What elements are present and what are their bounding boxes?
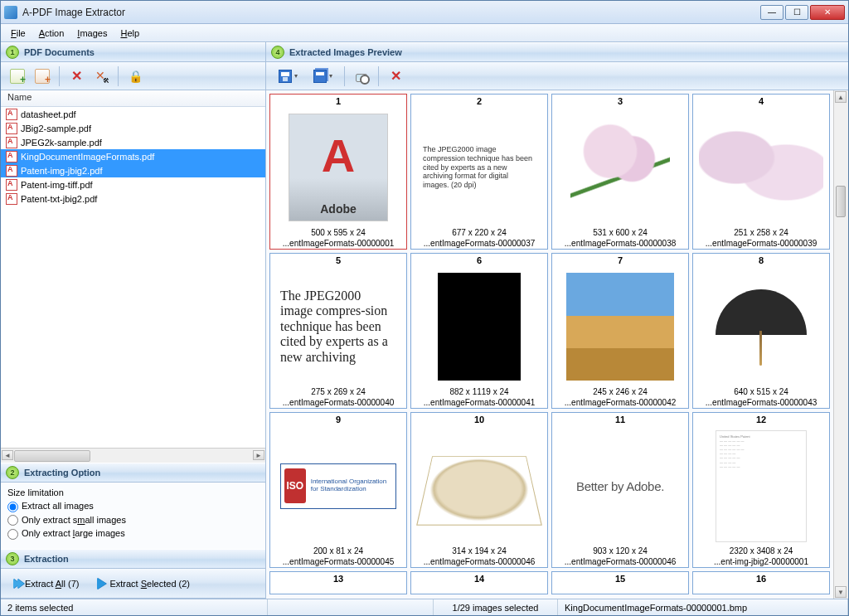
extraction-body: Extract All (7) Extract Selected (2) xyxy=(1,569,265,599)
thumbnail[interactable]: 4251 x 258 x 24...entImageFormats-000000… xyxy=(692,94,830,250)
save-button[interactable] xyxy=(271,65,304,87)
scroll-right-icon[interactable]: ► xyxy=(253,450,264,460)
section-extracting-option: 2 Extracting Option xyxy=(1,463,265,483)
thumbnail[interactable]: 5The JPEG2000 image compres-sion techniq… xyxy=(269,253,407,409)
menu-file[interactable]: File xyxy=(6,27,31,40)
add-folder-button[interactable] xyxy=(31,65,54,87)
thumbnail[interactable]: 6882 x 1119 x 24...entImageFormats-00000… xyxy=(410,253,548,409)
step-1-icon: 1 xyxy=(6,46,19,59)
extract-selected-button[interactable]: Extract Selected (2) xyxy=(91,575,196,593)
remove-button[interactable] xyxy=(65,65,88,87)
thumb-index: 2 xyxy=(411,95,547,108)
file-list[interactable]: datasheet.pdfJBig2-sample.pdfJPEG2k-samp… xyxy=(1,107,265,448)
file-name: Patent-img-tiff.pdf xyxy=(21,180,93,190)
thumb-dimensions: 531 x 600 x 24 xyxy=(552,227,688,238)
scrollbar-thumb[interactable] xyxy=(836,186,846,217)
option-extract-all[interactable]: Extract all images xyxy=(7,501,259,512)
scroll-up-icon[interactable]: ▲ xyxy=(835,91,847,103)
thumbnail[interactable]: 16 xyxy=(692,571,830,594)
status-filename: KingDocumentImageFormats-00000001.bmp xyxy=(558,599,848,615)
remove-all-button[interactable] xyxy=(90,65,113,87)
thumb-image xyxy=(552,267,688,386)
thumb-index: 1 xyxy=(270,95,406,108)
pdf-icon xyxy=(6,151,17,162)
gallery-wrap: 1500 x 595 x 24...entImageFormats-000000… xyxy=(266,90,848,599)
extract-all-button[interactable]: Extract All (7) xyxy=(7,575,85,592)
file-row[interactable]: datasheet.pdf xyxy=(1,107,265,121)
file-row[interactable]: JPEG2k-sample.pdf xyxy=(1,135,265,149)
menu-help[interactable]: Help xyxy=(115,27,144,40)
file-name: Patent-img-jbig2.pdf xyxy=(21,166,102,176)
thumb-filename: ...entImageFormats-00000043 xyxy=(693,397,829,408)
file-list-header[interactable]: Name xyxy=(1,90,265,107)
menu-action[interactable]: Action xyxy=(34,27,70,40)
radio-all[interactable] xyxy=(7,502,18,512)
thumbnail[interactable]: 15 xyxy=(551,571,689,594)
section-title: Extraction xyxy=(24,554,69,564)
file-name: KingDocumentImageFormats.pdf xyxy=(21,152,154,162)
radio-label: Extract all images xyxy=(22,501,94,511)
file-row[interactable]: Patent-img-tiff.pdf xyxy=(1,177,265,192)
thumbnail[interactable]: 12United States Patent— — — — — —— — — —… xyxy=(692,412,830,568)
close-button[interactable]: ✕ xyxy=(810,5,845,20)
add-file-button[interactable] xyxy=(6,65,29,87)
thumb-index: 9 xyxy=(270,413,406,426)
lock-button[interactable] xyxy=(124,65,147,87)
thumb-image: United States Patent— — — — — —— — — — —… xyxy=(693,426,829,546)
file-row[interactable]: KingDocumentImageFormats.pdf xyxy=(1,149,265,163)
thumb-index: 12 xyxy=(693,413,829,426)
titlebar[interactable]: A-PDF Image Extractor — ☐ ✕ xyxy=(1,1,848,24)
maximize-button[interactable]: ☐ xyxy=(785,5,808,20)
pdf-icon xyxy=(6,123,17,134)
gallery[interactable]: 1500 x 595 x 24...entImageFormats-000000… xyxy=(266,90,833,599)
option-extract-small[interactable]: Only extract small images xyxy=(7,515,259,526)
thumb-filename: ...entImageFormats-00000045 xyxy=(270,556,406,567)
thumbnail[interactable]: 3531 x 600 x 24...entImageFormats-000000… xyxy=(551,94,689,250)
option-extract-large[interactable]: Only extract large images xyxy=(7,528,259,540)
thumb-filename: ...entImageFormats-00000001 xyxy=(270,238,406,249)
save-all-button[interactable] xyxy=(306,65,339,87)
radio-small[interactable] xyxy=(7,515,18,526)
separator xyxy=(118,66,119,86)
menu-images[interactable]: Images xyxy=(72,27,112,40)
pdf-icon xyxy=(6,179,17,191)
scroll-down-icon[interactable]: ▼ xyxy=(835,586,847,598)
size-limitation-label: Size limitation xyxy=(7,487,259,497)
thumb-image xyxy=(270,108,406,227)
thumbnail[interactable]: 1500 x 595 x 24...entImageFormats-000000… xyxy=(269,94,407,250)
options-body: Size limitation Extract all images Only … xyxy=(1,483,265,549)
radio-large[interactable] xyxy=(7,529,18,540)
file-row[interactable]: JBig2-sample.pdf xyxy=(1,121,265,135)
thumb-dimensions: 677 x 220 x 24 xyxy=(411,227,547,238)
scroll-left-icon[interactable]: ◄ xyxy=(2,450,13,460)
thumbnail[interactable]: 13 xyxy=(269,571,407,594)
horizontal-scrollbar[interactable]: ◄ ► xyxy=(1,448,265,463)
thumbnail[interactable]: 9ISOInternational Organization for Stand… xyxy=(269,412,407,568)
thumb-filename: ...entImageFormats-00000046 xyxy=(411,556,547,567)
pdf-icon xyxy=(6,137,17,148)
section-preview: 4 Extracted Images Preview xyxy=(266,42,848,62)
thumbnail[interactable]: 2The JPEG2000 image compression techniqu… xyxy=(410,94,548,250)
thumb-index: 3 xyxy=(552,95,688,108)
thumb-dimensions: 640 x 515 x 24 xyxy=(693,386,829,397)
file-name: Patent-txt-jbig2.pdf xyxy=(21,194,97,204)
thumbnail[interactable]: 11Better by Adobe.903 x 120 x 24...entIm… xyxy=(551,412,689,568)
thumbnail[interactable]: 8640 x 515 x 24...entImageFormats-000000… xyxy=(692,253,830,409)
thumbnail[interactable]: 7245 x 246 x 24...entImageFormats-000000… xyxy=(551,253,689,409)
file-row[interactable]: Patent-img-jbig2.pdf xyxy=(1,163,265,177)
column-name: Name xyxy=(7,92,32,102)
thumbnail[interactable]: 10314 x 194 x 24...entImageFormats-00000… xyxy=(410,412,548,568)
status-selection: 2 items selected xyxy=(1,599,268,615)
thumb-index: 15 xyxy=(552,572,688,585)
app-window: A-PDF Image Extractor — ☐ ✕ File Action … xyxy=(0,0,849,616)
thumb-filename: ...entImageFormats-00000042 xyxy=(552,397,688,408)
file-row[interactable]: Patent-txt-jbig2.pdf xyxy=(1,192,265,206)
view-button[interactable] xyxy=(350,65,373,87)
delete-image-button[interactable] xyxy=(384,65,407,87)
step-4-icon: 4 xyxy=(271,46,284,59)
thumbnail[interactable]: 14 xyxy=(410,571,548,594)
step-2-icon: 2 xyxy=(6,466,19,479)
vertical-scrollbar[interactable]: ▲ ▼ xyxy=(833,90,848,599)
content: 1 PDF Documents Name datasheet.pdfJBig2-… xyxy=(1,42,848,599)
minimize-button[interactable]: — xyxy=(760,5,784,20)
